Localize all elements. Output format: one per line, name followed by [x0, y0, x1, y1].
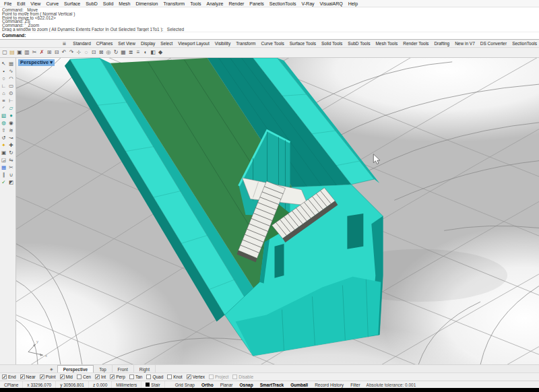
toolbar-tab-drafting[interactable]: Drafting — [434, 41, 449, 46]
menu-render[interactable]: Render — [226, 1, 247, 6]
rotate-view-icon[interactable]: ↻ — [113, 48, 119, 57]
circle-icon[interactable]: ○ — [0, 75, 7, 82]
hide-icon[interactable]: ◐ — [142, 48, 149, 57]
scale-icon[interactable]: ◲ — [0, 156, 7, 164]
status-toggle-planar[interactable]: Planar — [217, 383, 236, 387]
toolbar-tab-transform[interactable]: Transform — [236, 41, 255, 46]
split-icon[interactable]: ∥ — [0, 171, 7, 178]
selection-filter-icon[interactable]: ▦ — [7, 60, 15, 67]
viewport-title[interactable]: Perspective ▾ — [18, 59, 55, 66]
redo-icon[interactable]: ↷ — [68, 48, 75, 57]
checkbox[interactable]: ✓ — [40, 374, 44, 379]
layer-selector[interactable]: Stair — [141, 381, 164, 388]
toolbar-tab-curve-tools[interactable]: Curve Tools — [261, 41, 284, 46]
menu-file[interactable]: File — [1, 1, 14, 6]
surface-icon[interactable]: ▱ — [7, 104, 15, 112]
units-selector[interactable]: Millimeters — [112, 381, 141, 388]
pan-icon[interactable]: ⊹ — [75, 48, 82, 57]
cplane-selector[interactable]: CPlane — [0, 381, 23, 388]
perspective-viewport[interactable]: Perspective ▾ — [16, 58, 539, 364]
toolbar-tab-solid-tools[interactable]: Solid Tools — [321, 41, 342, 46]
menu-view[interactable]: View — [28, 1, 43, 6]
render-flash-icon[interactable]: ✦ — [0, 141, 7, 149]
checkbox[interactable] — [209, 374, 214, 379]
copy-object-icon[interactable]: ▣ — [0, 149, 7, 156]
menu-visualarq[interactable]: VisualARQ — [317, 1, 346, 6]
save-file-icon[interactable]: ▣ — [16, 48, 23, 57]
toolbar-options-icon[interactable]: ≣ — [62, 41, 67, 46]
status-toggle-osnap[interactable]: Osnap — [236, 383, 256, 387]
status-toggle-record-history[interactable]: Record History — [311, 383, 347, 387]
cylinder-icon[interactable]: ◍ — [0, 119, 7, 127]
point-icon[interactable]: • — [0, 67, 7, 75]
checkbox[interactable]: ✓ — [2, 374, 7, 379]
toolbar-tab-render-tools[interactable]: Render Tools — [403, 41, 429, 46]
menu-curve[interactable]: Curve — [43, 1, 61, 6]
menu-dimension[interactable]: Dimension — [133, 1, 160, 6]
box-icon[interactable]: ▧ — [0, 112, 7, 119]
checkbox[interactable]: ✓ — [95, 374, 100, 379]
polyline-icon[interactable]: ∟ — [0, 82, 7, 90]
join-icon[interactable]: ∪ — [7, 171, 15, 178]
new-viewport-tab-icon[interactable]: ◈ — [46, 365, 57, 372]
loft-icon[interactable]: ≋ — [7, 127, 15, 134]
menu-edit[interactable]: Edit — [14, 1, 28, 6]
command-input[interactable]: Command: — [0, 32, 539, 40]
menu-help[interactable]: Help — [346, 1, 360, 6]
checkbox[interactable] — [77, 374, 82, 379]
ellipse-icon[interactable]: ⊙ — [7, 90, 15, 97]
menu-solid[interactable]: Solid — [100, 1, 117, 6]
four-viewports-icon[interactable]: ▦ — [120, 48, 127, 57]
mirror-icon[interactable]: ⇋ — [7, 156, 15, 164]
osnap-int[interactable]: ✓ Int — [95, 374, 106, 379]
viewport-tab-top[interactable]: Top — [94, 365, 112, 372]
extrude-icon[interactable]: ⇧ — [0, 127, 7, 134]
menu-sectiontools[interactable]: SectionTools — [267, 1, 299, 6]
layers-icon[interactable]: ≣ — [127, 48, 134, 57]
osnap-quad[interactable]: Quad — [146, 374, 163, 379]
toolbar-tab-mesh-tools[interactable]: Mesh Tools — [375, 41, 398, 46]
undo-icon[interactable]: ↶ — [61, 48, 67, 57]
zoom-selected-icon[interactable]: ◎ — [105, 48, 112, 57]
toolbar-tab-set-view[interactable]: Set View — [118, 41, 135, 46]
zoom-dynamic-icon[interactable]: ◌ — [83, 48, 90, 57]
osnap-near[interactable]: ✓ Near — [20, 374, 36, 379]
properties-icon[interactable]: ≡ — [135, 48, 141, 57]
apply-check-icon[interactable]: ✓ — [0, 178, 7, 186]
osnap-end[interactable]: ✓ End — [2, 374, 16, 379]
viewport-tab-right[interactable]: Right — [134, 365, 156, 372]
status-toggle-gumball[interactable]: Gumball — [287, 383, 311, 387]
toolbar-tab-standard[interactable]: Standard — [73, 41, 90, 46]
menu-transform[interactable]: Transform — [161, 1, 188, 6]
lock-icon[interactable]: ◧ — [150, 48, 156, 57]
erase-icon[interactable]: ◩ — [7, 178, 15, 186]
fillet-icon[interactable]: ◜ — [0, 104, 7, 112]
checkbox[interactable]: ✓ — [110, 374, 115, 379]
menu-tools[interactable]: Tools — [187, 1, 203, 6]
arc-icon[interactable]: ◠ — [7, 75, 15, 82]
menu-v-ray[interactable]: V-Ray — [298, 1, 317, 6]
checkbox[interactable]: ✓ — [20, 374, 25, 379]
offset-icon[interactable]: ≡ — [0, 97, 7, 104]
status-toggle-grid-snap[interactable]: Grid Snap — [172, 383, 198, 387]
toolbar-tab-viewport-layout[interactable]: Viewport Layout — [178, 41, 210, 46]
toolbar-tab-sectiontools[interactable]: SectionTools — [512, 41, 537, 46]
status-toggle-filter[interactable]: Filter — [347, 383, 363, 387]
trim-icon[interactable]: ✂ — [7, 164, 15, 171]
toolbar-tab-ds-converter[interactable]: DS Converter — [480, 41, 507, 46]
toolbar-tab-subd-tools[interactable]: SubD Tools — [348, 41, 370, 46]
cut-icon[interactable]: ✂ — [31, 48, 38, 57]
toolbar-tab-surface-tools[interactable]: Surface Tools — [290, 41, 316, 46]
curve-icon[interactable]: ∿ — [7, 67, 15, 75]
copy-icon[interactable]: ⊞ — [46, 48, 53, 57]
checkbox[interactable] — [232, 374, 237, 379]
print-icon[interactable]: ▥ — [24, 48, 30, 57]
osnap-knot[interactable]: Knot — [167, 374, 182, 379]
menu-analyze[interactable]: Analyze — [203, 1, 226, 6]
move-icon[interactable]: ✚ — [7, 141, 15, 149]
boolean-union-icon[interactable]: ◉ — [7, 119, 15, 127]
toolbar-tab-visibility[interactable]: Visibility — [215, 41, 230, 46]
status-toggle-ortho[interactable]: Ortho — [198, 383, 217, 387]
extend-icon[interactable]: ⊢ — [7, 97, 15, 104]
paste-icon[interactable]: ⊟ — [53, 48, 60, 57]
